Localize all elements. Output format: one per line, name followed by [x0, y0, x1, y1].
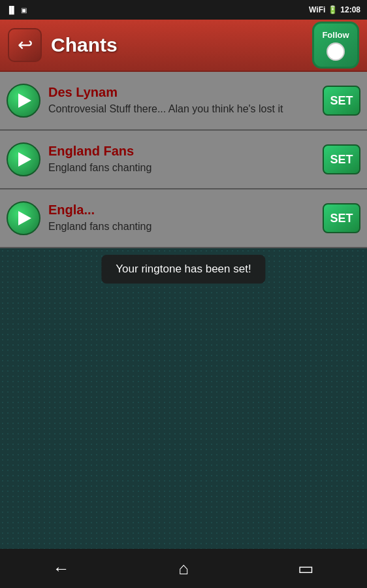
item-title-1: Des Lynam	[48, 85, 315, 100]
page-title: Chants	[51, 34, 303, 56]
page: ▐▌ ▣ WiFi 🔋 12:08 ↩ Chants Follow	[0, 0, 367, 588]
list-item: England Fans England fans chanting SET	[0, 131, 367, 189]
play-arrow-icon	[18, 152, 31, 167]
battery-icon: 🔋	[328, 5, 338, 14]
set-button-2[interactable]: SET	[323, 144, 360, 174]
list-container: Des Lynam Controvesial Stuff there... Al…	[0, 72, 367, 248]
status-icons: WiFi 🔋 12:08	[309, 5, 360, 14]
play-button-3[interactable]	[7, 201, 40, 235]
list-item: Engla... England fans chanting SET	[0, 189, 367, 248]
back-button[interactable]: ↩	[8, 28, 42, 62]
back-arrow-icon: ↩	[18, 36, 33, 54]
toast-notification: Your ringtone has been set!	[101, 255, 265, 284]
follow-button[interactable]: Follow	[312, 22, 359, 69]
play-button-1[interactable]	[7, 84, 40, 118]
item-text-1: Des Lynam Controvesial Stuff there... Al…	[48, 85, 315, 116]
header: ↩ Chants Follow	[0, 20, 367, 72]
bottom-nav: ← ⌂ ▭	[0, 549, 367, 588]
nav-home-icon: ⌂	[178, 559, 189, 579]
item-text-2: England Fans England fans chanting	[48, 144, 315, 175]
set-button-3[interactable]: SET	[323, 203, 360, 233]
nav-home-button[interactable]: ⌂	[164, 555, 203, 581]
nav-back-button[interactable]: ←	[42, 555, 81, 581]
set-label-3: SET	[330, 212, 353, 225]
nav-recent-icon: ▭	[298, 559, 314, 579]
item-title-2: England Fans	[48, 144, 315, 159]
follow-label: Follow	[322, 30, 349, 40]
play-arrow-icon	[18, 93, 31, 108]
item-desc-2: England fans chanting	[48, 161, 315, 175]
status-bar-left: ▐▌ ▣	[7, 6, 305, 14]
item-desc-3: England fans chanting	[48, 220, 315, 234]
set-label-2: SET	[330, 153, 353, 167]
set-button-1[interactable]: SET	[323, 86, 360, 116]
set-label-1: SET	[330, 94, 353, 108]
wifi-icon: WiFi	[309, 5, 325, 14]
content-wrapper: Des Lynam Controvesial Stuff there... Al…	[0, 72, 367, 588]
play-button-2[interactable]	[7, 142, 40, 176]
nav-back-icon: ←	[53, 559, 70, 579]
sim-icon: ▣	[21, 7, 27, 14]
signal-bars: ▐▌	[7, 6, 17, 14]
status-bar: ▐▌ ▣ WiFi 🔋 12:08	[0, 0, 367, 20]
background-filler	[0, 248, 367, 588]
nav-recent-button[interactable]: ▭	[286, 555, 325, 581]
item-desc-1: Controvesial Stuff there... Alan you thi…	[48, 103, 315, 116]
item-title-3: Engla...	[48, 203, 315, 218]
follow-circle-icon	[327, 42, 345, 61]
item-text-3: Engla... England fans chanting	[48, 203, 315, 234]
list-item: Des Lynam Controvesial Stuff there... Al…	[0, 72, 367, 131]
toast-message: Your ringtone has been set!	[116, 263, 251, 275]
play-arrow-icon	[18, 211, 31, 225]
clock: 12:08	[340, 5, 360, 14]
